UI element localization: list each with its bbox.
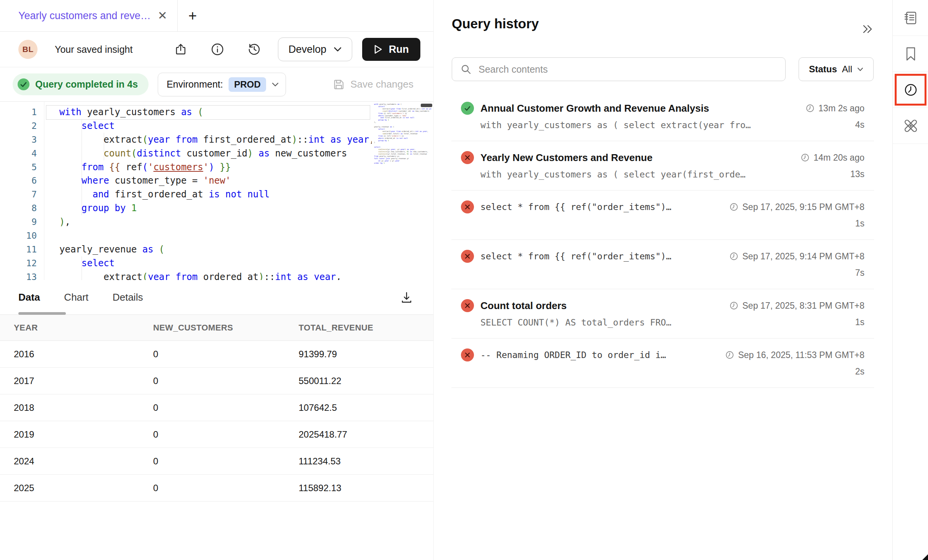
- saved-insight-label: Your saved insight: [55, 44, 132, 55]
- code-line: 12 select: [0, 256, 433, 270]
- save-changes-label: Save changes: [350, 78, 413, 90]
- code-line: 3 extract(year from first_ordered_at)::i…: [0, 133, 433, 147]
- resize-corner: [922, 554, 928, 560]
- info-icon: [211, 42, 224, 56]
- search-box[interactable]: [452, 57, 786, 81]
- history-item-duration: 2s: [855, 366, 864, 377]
- history-list: Annual Customer Growth and Revenue Analy…: [451, 92, 874, 388]
- history-item[interactable]: -- Renaming ORDER_ID to order_id i…Sep 1…: [451, 339, 874, 388]
- close-tab-icon[interactable]: ✕: [158, 10, 167, 21]
- rail-query-history-button-active[interactable]: [893, 72, 928, 108]
- table-row: 20240111234.53: [0, 448, 433, 475]
- code-line: 6 where customer_type = 'new': [0, 174, 433, 187]
- active-rail-highlight: [895, 74, 926, 106]
- code-line: 7 and first_ordered_at is not null: [0, 187, 433, 201]
- tab-bar: Yearly customers and revenue ✕ +: [0, 0, 433, 32]
- table-cell: 2024: [14, 456, 153, 467]
- history-item-sql-preview: SELECT COUNT(*) AS total_orders FRO…: [480, 317, 671, 327]
- time-text: Sep 17, 2025, 9:14 PM GMT+8: [742, 251, 864, 262]
- table-row: 20180107642.5: [0, 394, 433, 421]
- status-filter-dropdown[interactable]: Status All: [799, 57, 874, 81]
- save-changes-button[interactable]: Save changes: [333, 78, 413, 90]
- clock-icon: [729, 301, 738, 310]
- run-button[interactable]: Run: [362, 38, 420, 61]
- pinwheel-x-icon: [903, 118, 919, 134]
- table-row: 201902025418.77: [0, 421, 433, 448]
- time-text: 14m 20s ago: [814, 153, 864, 163]
- history-item[interactable]: select * from {{ ref("order_items")…Sep …: [451, 240, 874, 289]
- collapse-panel-button[interactable]: [860, 21, 875, 37]
- version-history-button[interactable]: [246, 41, 263, 58]
- table-cell: 0: [153, 349, 299, 360]
- avatar: BL: [18, 40, 38, 59]
- history-controls: Status All: [452, 57, 874, 81]
- line-number: 11: [0, 244, 37, 254]
- line-number: 7: [0, 189, 37, 199]
- environment-select[interactable]: Environment: PROD: [158, 73, 286, 96]
- line-number: 4: [0, 148, 37, 158]
- history-item-time: Sep 17, 2025, 9:15 PM GMT+8: [729, 202, 864, 212]
- search-input[interactable]: [478, 63, 777, 75]
- rail-bookmarks-button[interactable]: [893, 36, 928, 72]
- history-item[interactable]: Annual Customer Growth and Revenue Analy…: [451, 92, 874, 141]
- history-item-title: select * from {{ ref("order_items")…: [480, 202, 671, 212]
- history-item-title: Annual Customer Growth and Revenue Analy…: [480, 103, 709, 114]
- history-item-sql-preview: with yearly_customers as ( select year(f…: [480, 169, 745, 179]
- sql-editor[interactable]: 1with yearly_customers as (2 select3 ext…: [0, 101, 433, 280]
- history-item-title: Yearly New Customers and Revenue: [480, 152, 652, 164]
- history-item[interactable]: Count total ordersSep 17, 2025, 8:31 PM …: [451, 289, 874, 339]
- table-cell: 111234.53: [299, 456, 420, 467]
- save-icon: [333, 79, 345, 90]
- history-item-duration: 1s: [855, 317, 864, 327]
- editor-scrollbar-thumb[interactable]: [421, 104, 432, 107]
- line-number: 2: [0, 121, 37, 131]
- clock-icon: [801, 153, 810, 162]
- table-cell: 107642.5: [299, 402, 420, 413]
- code-line: 1with yearly_customers as (: [0, 105, 433, 119]
- code-text: from {{ ref('customers') }}: [37, 162, 231, 173]
- share-icon: [174, 43, 187, 56]
- active-tab-indicator: [18, 312, 66, 315]
- code-text: with yearly_customers as (: [37, 107, 203, 117]
- tab-data[interactable]: Data: [18, 291, 40, 303]
- table-row: 2016091399.79: [0, 341, 433, 368]
- code-text: yearly_revenue as (: [37, 244, 165, 255]
- history-item-duration: 13s: [850, 169, 864, 179]
- app-window: Yearly customers and revenue ✕ + BL Your…: [0, 0, 928, 560]
- new-tab-button[interactable]: +: [188, 8, 197, 23]
- clock-icon: [725, 350, 734, 360]
- query-status-text: Query completed in 4s: [35, 79, 138, 90]
- line-number: 6: [0, 176, 37, 186]
- table-cell: 0: [153, 376, 299, 386]
- download-results-button[interactable]: [398, 289, 415, 306]
- line-number: 9: [0, 217, 37, 227]
- history-item-time: 13m 2s ago: [805, 103, 864, 114]
- develop-dropdown-button[interactable]: Develop: [278, 37, 352, 61]
- table-cell: 550011.22: [299, 376, 420, 386]
- tab-chart[interactable]: Chart: [64, 291, 88, 303]
- history-item[interactable]: Yearly New Customers and Revenue14m 20s …: [451, 141, 874, 190]
- share-button[interactable]: [172, 41, 189, 58]
- results-table-header: YEARNEW_CUSTOMERSTOTAL_REVENUE: [0, 315, 433, 341]
- code-text: select: [37, 120, 115, 131]
- status-filter-value: All: [842, 64, 852, 75]
- rail-notebook-button[interactable]: [893, 0, 928, 36]
- environment-value-pill: PROD: [229, 77, 266, 92]
- tab-label: Yearly customers and revenue: [18, 10, 151, 22]
- history-item-time: Sep 17, 2025, 9:14 PM GMT+8: [729, 251, 864, 262]
- rail-integrations-button[interactable]: [893, 108, 928, 144]
- double-chevron-right-icon: [861, 24, 874, 34]
- history-item-time: Sep 16, 2025, 11:53 PM GMT+8: [725, 350, 864, 360]
- editor-minimap[interactable]: with yearly_customers as ( select extrac…: [372, 103, 431, 280]
- clock-icon: [903, 82, 918, 98]
- history-item[interactable]: select * from {{ ref("order_items")…Sep …: [451, 190, 874, 240]
- tab-details[interactable]: Details: [113, 291, 143, 303]
- clock-icon: [805, 104, 815, 113]
- code-text: count(distinct customer_id) as new_custo…: [37, 148, 347, 159]
- table-cell: 2019: [14, 429, 153, 440]
- table-cell: 2025418.77: [299, 429, 420, 440]
- info-button[interactable]: [209, 41, 226, 58]
- results-tab-bar: Data Chart Details: [0, 280, 433, 315]
- error-x-icon: [461, 299, 474, 312]
- tab-yearly-customers-and-revenue[interactable]: Yearly customers and revenue ✕: [0, 0, 178, 31]
